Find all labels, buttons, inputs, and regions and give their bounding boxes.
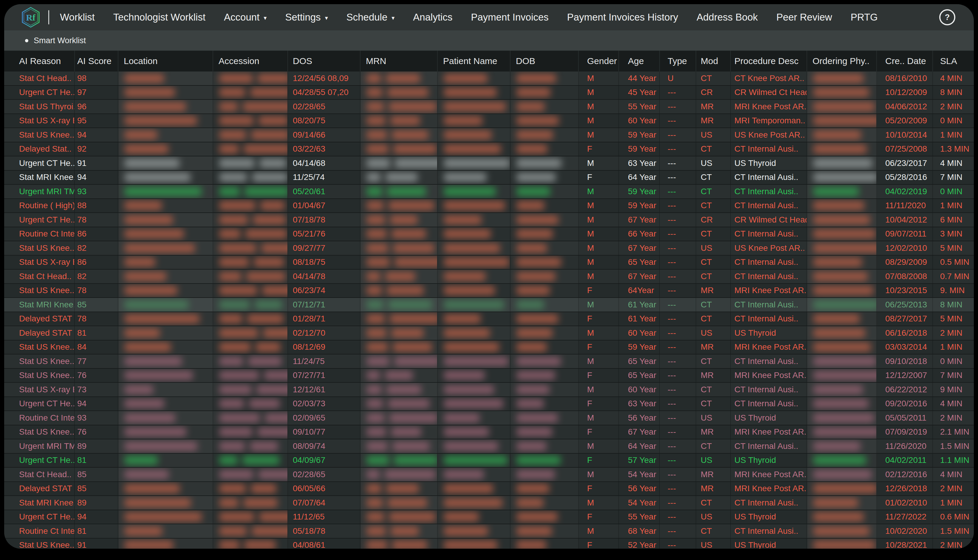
header-cell-ordering[interactable]: Ordering Phy.. — [807, 51, 877, 72]
table-row[interactable]: Urgent MRI TM.9305/20/61M59 Year---CTCT … — [4, 185, 974, 199]
cell-type: --- — [660, 340, 696, 354]
header-cell-created[interactable]: Cre.. Date — [877, 51, 933, 72]
cell-gender: M — [579, 439, 619, 453]
cell-sla: 1 MIN — [933, 496, 974, 510]
table-row[interactable]: Urgent CT He..7807/18/78M67 Year---CRCR … — [4, 213, 974, 227]
nav-item-peer-review[interactable]: Peer Review — [776, 12, 832, 23]
redacted-blob — [813, 187, 859, 196]
cell-ordering-redacted — [807, 482, 877, 496]
table-row[interactable]: Stat Ct Head..8204/14/78M67 Year---CTCT … — [4, 270, 974, 284]
table-row[interactable]: Delayed Stat..9203/22/63F59 Year---CTCT … — [4, 142, 974, 157]
cell-gender: M — [579, 496, 619, 510]
cell-created: 07/08/2008 — [877, 270, 933, 283]
cell-age: 65 Year — [619, 355, 660, 368]
table-row[interactable]: Routine Ct Inte..8605/21/76M66 Year---CT… — [4, 227, 974, 242]
help-icon[interactable]: ? — [939, 9, 955, 25]
cell-mrn-redacted — [361, 213, 438, 227]
table-row[interactable]: Stat MRI Knee..9411/25/74F64 Year---CTCT… — [4, 171, 974, 185]
header-cell-patient[interactable]: Patient Name — [438, 51, 510, 72]
nav-item-worklist[interactable]: Worklist — [60, 12, 95, 23]
active-worklist-label[interactable]: Smart Worklist — [34, 36, 86, 45]
cell-created: 07/09/2019 — [877, 425, 933, 439]
header-cell-mrn[interactable]: MRN — [361, 51, 438, 72]
header-cell-gender[interactable]: Gender — [579, 51, 619, 72]
header-cell-mod[interactable]: Mod — [696, 51, 731, 72]
cell-gender: M — [579, 157, 619, 170]
nav-item-analytics[interactable]: Analytics — [413, 12, 452, 23]
nav-item-address-book[interactable]: Address Book — [697, 12, 758, 23]
table-row[interactable]: Delayed STAT7801/28/71F61 Year---CTCT In… — [4, 312, 974, 327]
table-row[interactable]: Urgent MRI TM.8908/09/74M64 Year---CTCT … — [4, 439, 974, 454]
redacted-blob — [219, 399, 244, 408]
header-cell-dos[interactable]: DOS — [288, 51, 361, 72]
redacted-blob — [517, 74, 556, 83]
table-row[interactable]: Delayed STAT8506/05/66F56 Year---MRMRI K… — [4, 482, 974, 496]
header-cell-reason[interactable]: AI Reason — [14, 51, 75, 72]
table-row[interactable]: Stat MRI Knee..8907/07/64M54 Year---CTCT… — [4, 496, 974, 510]
app-logo-icon[interactable]: Rf — [21, 7, 40, 28]
cell-dob-redacted — [510, 185, 579, 198]
nav-item-payment-invoices-history[interactable]: Payment Invoices History — [567, 12, 678, 23]
cell-accession-redacted — [213, 439, 288, 453]
redacted-blob — [248, 357, 282, 366]
table-row[interactable]: Urgent CT He..9104/14/68M63 Year---USUS … — [4, 157, 974, 171]
redacted-blob — [219, 159, 255, 168]
cell-score: 78 — [75, 284, 119, 298]
header-cell-location[interactable]: Location — [119, 51, 213, 72]
nav-item-prtg[interactable]: PRTG — [851, 12, 878, 23]
header-cell-proc[interactable]: Procedure Desc — [731, 51, 807, 72]
table-row[interactable]: Stat US Knee..8408/12/69F59 Year---MRMRI… — [4, 340, 974, 355]
table-row[interactable]: Routine Ct Inte..9302/09/65M56 Year---US… — [4, 411, 974, 425]
nav-item-technologist-worklist[interactable]: Technologist Worklist — [113, 12, 206, 23]
table-row[interactable]: Stat US Thyroi..9602/28/65M55 Year---MRM… — [4, 100, 974, 114]
redacted-blob — [391, 427, 421, 437]
table-row[interactable]: Stat US Knee..7711/24/75M65 Year---CTCT … — [4, 355, 974, 369]
table-row[interactable]: Stat US Knee..8209/27/77M67 Year---USUS … — [4, 241, 974, 255]
table-row[interactable]: Stat US Knee..7806/23/74F64Year---MRMRI … — [4, 284, 974, 298]
table-row[interactable]: Stat Ct Head..9812/24/56 08,09M44 YearUC… — [4, 72, 974, 86]
table-row[interactable]: Routine ( High)..8801/04/67M59 Year---CT… — [4, 199, 974, 213]
header-cell-dob[interactable]: DOB — [510, 51, 579, 72]
table-row[interactable]: Stat US X-ray Ei9508/20/75M60 Year---MRM… — [4, 114, 974, 128]
table-row[interactable]: Stat US X-ray Ei8608/18/75M65 Year---CTC… — [4, 255, 974, 270]
redacted-blob — [395, 159, 438, 168]
nav-item-settings[interactable]: Settings▾ — [285, 12, 328, 23]
row-spacer — [4, 383, 14, 397]
table-row[interactable]: Routine Ct Inte..8105/18/78M68 Year---CT… — [4, 524, 974, 538]
cell-created: 05/20/2009 — [877, 114, 933, 128]
cell-accession-redacted — [213, 369, 288, 382]
table-row[interactable]: Stat US X-ray Ei7312/12/61M60 Year---CTC… — [4, 383, 974, 397]
table-row[interactable]: Delayed STAT8102/12/70M60 Year---USUS Th… — [4, 326, 974, 340]
redacted-blob — [253, 215, 286, 224]
redacted-blob — [124, 74, 164, 83]
header-cell-accession[interactable]: Accession — [213, 51, 288, 72]
nav-divider — [48, 10, 49, 25]
cell-accession-redacted — [213, 482, 288, 496]
table-row[interactable]: Urgent CT He..9402/03/73F63 Year---CTCT … — [4, 397, 974, 412]
redacted-blob — [444, 470, 484, 479]
table-row[interactable]: Stat US Knee..7609/10/77F67 Year---MRMRI… — [4, 425, 974, 440]
redacted-blob — [394, 357, 438, 366]
cell-location-redacted — [119, 510, 213, 524]
cell-dos: 02/12/70 — [288, 326, 361, 340]
table-row[interactable]: Stat US Knee..9104/08/61F52 Year---USUS … — [4, 538, 974, 549]
nav-item-account[interactable]: Account▾ — [224, 12, 267, 23]
header-cell-sla[interactable]: SLA — [933, 51, 974, 72]
nav-item-schedule[interactable]: Schedule▾ — [346, 12, 395, 23]
nav-item-payment-invoices[interactable]: Payment Invoices — [471, 12, 548, 23]
header-cell-score[interactable]: AI Score — [75, 51, 119, 72]
table-row[interactable]: Urgent CT He..8104/09/67F57 Year---USUS … — [4, 454, 974, 468]
header-cell-type[interactable]: Type — [660, 51, 696, 72]
table-row[interactable]: Stat US Knee..9409/14/66M59 Year---USUS … — [4, 128, 974, 142]
cell-created: 06/25/2013 — [877, 298, 933, 312]
redacted-blob — [388, 201, 435, 210]
cell-location-redacted — [119, 298, 213, 312]
cell-mod: CT — [696, 142, 731, 156]
table-row[interactable]: Stat MRI Knee..8507/12/71M61 Year---CTCT… — [4, 298, 974, 312]
redacted-blob — [366, 258, 390, 267]
table-row[interactable]: Urgent CT He..9411/12/65F55 Year---USUS … — [4, 510, 974, 525]
table-row[interactable]: Stat Ct Head..8502/28/65M54 Year---MRMRI… — [4, 468, 974, 482]
table-row[interactable]: Stat US Knee..7607/27/71F65 Year---MRMRI… — [4, 369, 974, 383]
table-row[interactable]: Urgent CT He..9704/28/55 07,20M45 Year--… — [4, 86, 974, 100]
header-cell-age[interactable]: Age — [619, 51, 660, 72]
